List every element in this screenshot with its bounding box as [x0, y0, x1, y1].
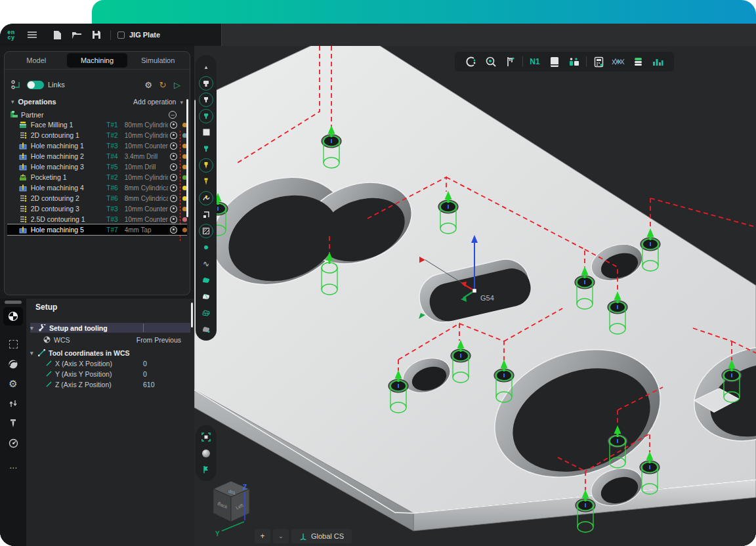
operation-row[interactable]: Hole machining 3T#510mm Drill — [7, 161, 187, 172]
axes-limits-button[interactable] — [3, 394, 23, 413]
show-curves-button[interactable]: ∿ — [198, 255, 215, 272]
add-cs-button[interactable]: + — [255, 529, 270, 543]
fixture-icon — [202, 145, 210, 153]
show-toolpath-button[interactable] — [198, 190, 215, 206]
operation-row[interactable]: Hole machining 2T#43.4mm Drill — [7, 151, 187, 161]
app-logo[interactable]: ency — [0, 30, 22, 40]
setup-tooling-row[interactable]: ▾ Setup and tooling — [30, 323, 190, 333]
operation-tool-number: T#6 — [106, 184, 124, 192]
links-toggle[interactable] — [27, 81, 44, 89]
more-tools-button[interactable]: ⋯ — [3, 459, 23, 477]
show-result-button[interactable] — [198, 222, 215, 239]
stock-layers-button[interactable] — [628, 53, 648, 70]
add-operation-button[interactable]: Add operation▾ — [133, 98, 183, 106]
axis-x-value[interactable]: 0 — [143, 360, 147, 368]
operation-row[interactable]: 2D contouring 2T#68mm Cylindrical — [7, 193, 187, 203]
operation-row[interactable]: 2.5D contouring 1T#310mm Countersi — [7, 214, 187, 224]
measure-button[interactable] — [501, 53, 520, 70]
operation-tool-desc: 4mm Tap — [125, 226, 169, 234]
show-machine-button[interactable] — [198, 75, 215, 91]
collapse-group-icon[interactable]: – — [169, 111, 177, 119]
rotary-machining-button[interactable] — [461, 53, 481, 70]
operation-radio-icon[interactable] — [170, 226, 177, 234]
calculator-button[interactable] — [589, 53, 608, 70]
operation-row[interactable]: Hole machining 4T#68mm Cylindrical — [7, 182, 187, 193]
open-project-button[interactable] — [67, 27, 87, 43]
section-view-button[interactable] — [198, 461, 215, 478]
setup-scrollbar[interactable] — [191, 303, 193, 327]
operation-radio-icon[interactable] — [170, 195, 177, 202]
operation-radio-icon[interactable] — [170, 121, 177, 129]
tab-model[interactable]: Model — [6, 53, 67, 68]
operation-radio-icon[interactable] — [170, 142, 177, 150]
strip-handle[interactable] — [5, 301, 22, 304]
show-stock-button[interactable] — [198, 124, 215, 140]
machine-settings-button[interactable]: ⚙ — [3, 375, 23, 393]
operation-row[interactable]: Pocketing 1T#210mm Cylindrica — [7, 172, 187, 182]
save-project-button[interactable] — [87, 27, 106, 43]
probe-button[interactable] — [481, 53, 501, 70]
operation-row[interactable]: Hole machining 5T#74mm Tap — [7, 224, 187, 235]
zoom-fit-button[interactable] — [198, 429, 215, 445]
shading-mode-button[interactable] — [198, 445, 215, 461]
turning-setup-button[interactable] — [3, 355, 23, 373]
new-project-button[interactable] — [47, 27, 67, 43]
operation-radio-icon[interactable] — [170, 174, 177, 181]
show-points-button[interactable] — [198, 239, 215, 255]
axis-y-value[interactable]: 0 — [143, 370, 147, 378]
statistics-button[interactable] — [648, 53, 667, 70]
main-menu-button[interactable] — [22, 27, 42, 43]
operation-radio-icon[interactable] — [170, 216, 177, 223]
global-cs-button[interactable]: Global CS — [291, 529, 352, 543]
show-head-button[interactable] — [198, 108, 215, 124]
nc-program-button[interactable]: N1 — [525, 53, 545, 70]
workpiece-button[interactable] — [3, 335, 23, 353]
show-surfaces-button[interactable] — [198, 272, 215, 288]
operation-radio-icon[interactable] — [170, 132, 177, 139]
axis-z-value[interactable]: 610 — [143, 381, 155, 388]
operation-row[interactable]: 2D contouring 3T#310mm Countersi — [7, 203, 187, 214]
operation-radio-icon[interactable] — [170, 184, 177, 192]
show-fixture-button[interactable] — [198, 140, 215, 157]
recalculate-button[interactable]: ↻ — [156, 79, 170, 91]
show-mesh-button[interactable] — [198, 304, 215, 321]
operation-radio-icon[interactable] — [170, 153, 177, 160]
wcs-value[interactable]: From Previous — [136, 336, 181, 344]
operation-row[interactable]: Hole machining 1T#310mm Countersi — [7, 140, 187, 151]
document-checkbox[interactable] — [117, 32, 125, 39]
show-faces-button[interactable] — [198, 288, 215, 304]
show-spindle-button[interactable] — [198, 91, 215, 108]
settings-button[interactable]: ⚙ — [141, 79, 156, 91]
tooling-button[interactable] — [3, 414, 23, 432]
operation-row[interactable]: 2D contouring 1T#210mm Cylindrica — [7, 130, 187, 140]
show-holder-button[interactable] — [198, 173, 215, 190]
cs-dropdown-button[interactable]: ⌄ — [273, 529, 289, 543]
axis-x-row[interactable]: X (Axis X Position) 0 — [30, 358, 190, 368]
tab-machining[interactable]: Machining — [67, 53, 128, 68]
operation-row[interactable]: Face Milling 1T#180mm Cylindrica — [7, 119, 187, 130]
collapse-operations-icon[interactable]: ▾ — [11, 98, 14, 105]
machine-view-button[interactable] — [564, 53, 584, 70]
operation-radio-icon[interactable] — [170, 205, 177, 213]
tool-coords-header[interactable]: ▾ Tool coordinates in WCS — [30, 348, 190, 358]
tab-simulation[interactable]: Simulation — [127, 53, 188, 68]
feeds-speeds-button[interactable] — [3, 434, 23, 452]
save-icon — [92, 30, 101, 39]
show-solids-button[interactable] — [198, 321, 215, 337]
operations-scrollbar[interactable] — [186, 99, 188, 217]
left-panel: Model Machining Simulation Links ⚙ ↻ ▷ — [0, 46, 194, 546]
show-workpiece-button[interactable] — [198, 206, 215, 222]
run-button[interactable]: ▷ — [170, 79, 184, 91]
collapse-toolbar-button[interactable]: ▴ — [198, 58, 215, 75]
operation-group-row[interactable]: Partner – — [7, 110, 187, 119]
axis-z-row[interactable]: Z (Axis Z Position) 610 — [30, 379, 190, 389]
workpiece-view-button[interactable] — [545, 53, 564, 70]
operation-radio-icon[interactable] — [170, 163, 177, 171]
axis-y-row[interactable]: Y (Axis Y Position) 0 — [30, 369, 190, 379]
stock-cube-icon — [203, 129, 210, 136]
toolpath-analysis-button[interactable] — [608, 53, 628, 70]
viewport-3d-scene[interactable]: G54 Top Back Left Z Y — [194, 46, 756, 546]
show-tool-button[interactable] — [198, 157, 215, 173]
wcs-row[interactable]: WCS From Previous — [30, 335, 190, 345]
wcs-tool-button[interactable] — [3, 307, 23, 326]
